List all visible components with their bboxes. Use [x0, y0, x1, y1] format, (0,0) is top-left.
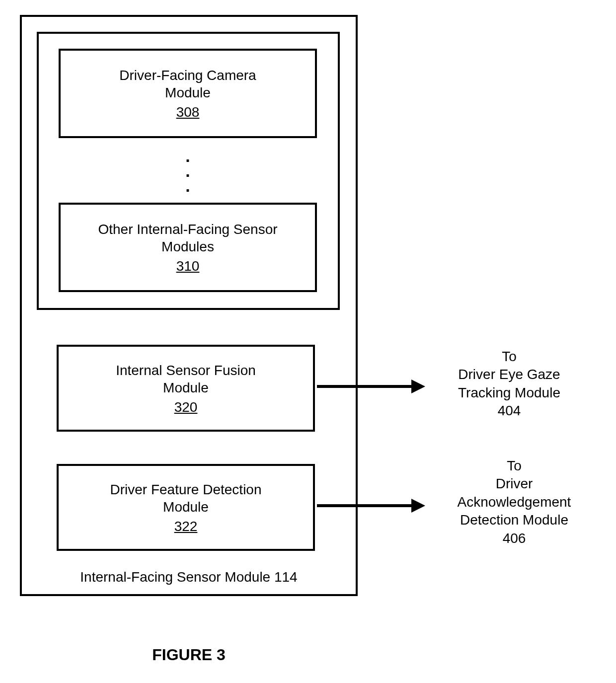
outer-caption: Internal-Facing Sensor Module 114	[22, 569, 356, 585]
dest-eye-gaze-label: ToDriver Eye GazeTracking Module404	[427, 348, 591, 420]
module-ref: 320	[174, 399, 198, 415]
other-internal-sensor-module: Other Internal-Facing SensorModules 310	[59, 203, 317, 292]
outer-container: Driver-Facing CameraModule 308 . . . Oth…	[20, 15, 358, 596]
module-title: Driver Feature DetectionModule	[110, 481, 261, 516]
module-title: Other Internal-Facing SensorModules	[98, 221, 277, 255]
ellipsis-dot: .	[39, 181, 338, 191]
internal-sensor-fusion-module: Internal Sensor FusionModule 320	[57, 345, 315, 432]
module-ref: 308	[176, 104, 200, 120]
dest-acknowledgement-label: ToDriverAcknowledgementDetection Module4…	[425, 457, 604, 547]
figure-caption: FIGURE 3	[0, 646, 378, 664]
driver-facing-camera-module: Driver-Facing CameraModule 308	[59, 49, 317, 138]
driver-feature-detection-module: Driver Feature DetectionModule 322	[57, 464, 315, 551]
module-ref: 310	[176, 258, 200, 274]
ellipsis-dot: .	[39, 166, 338, 176]
ellipsis-dot: .	[39, 151, 338, 161]
module-title: Driver-Facing CameraModule	[119, 67, 256, 101]
module-title: Internal Sensor FusionModule	[116, 362, 256, 396]
module-ref: 322	[174, 519, 198, 534]
inner-sensor-group: Driver-Facing CameraModule 308 . . . Oth…	[37, 32, 340, 310]
